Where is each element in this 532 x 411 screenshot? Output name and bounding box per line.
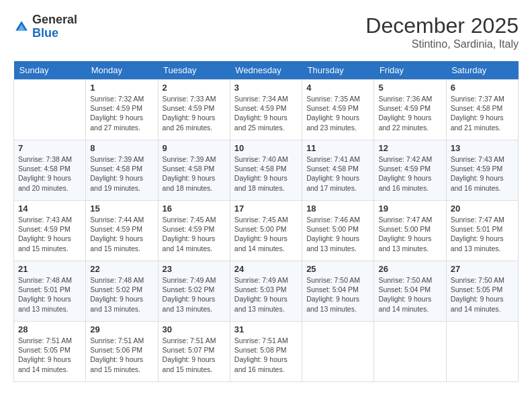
day-number: 14 [18, 203, 81, 214]
day-info: Sunrise: 7:39 AMSunset: 4:58 PMDaylight:… [163, 154, 226, 193]
calendar-cell: 22Sunrise: 7:48 AMSunset: 5:02 PMDayligh… [86, 261, 158, 322]
day-number: 12 [378, 143, 441, 153]
calendar-cell: 31Sunrise: 7:51 AMSunset: 5:08 PMDayligh… [230, 322, 302, 382]
calendar-cell: 10Sunrise: 7:40 AMSunset: 4:58 PMDayligh… [230, 140, 302, 201]
day-info: Sunrise: 7:49 AMSunset: 5:03 PMDaylight:… [234, 275, 298, 314]
day-number: 2 [163, 83, 226, 93]
day-info: Sunrise: 7:47 AMSunset: 5:01 PMDaylight:… [451, 215, 514, 253]
day-number: 24 [234, 264, 298, 274]
day-info: Sunrise: 7:47 AMSunset: 5:00 PMDaylight:… [378, 215, 441, 253]
day-number: 8 [90, 143, 153, 153]
calendar-cell: 29Sunrise: 7:51 AMSunset: 5:06 PMDayligh… [86, 322, 158, 382]
day-info: Sunrise: 7:41 AMSunset: 4:58 PMDaylight:… [306, 154, 369, 193]
page-header: General Blue December 2025 Stintino, Sar… [13, 13, 519, 50]
calendar-cell: 12Sunrise: 7:42 AMSunset: 4:59 PMDayligh… [374, 140, 446, 201]
calendar-header-saturday: Saturday [446, 61, 518, 80]
day-info: Sunrise: 7:42 AMSunset: 4:59 PMDaylight:… [378, 154, 441, 193]
day-info: Sunrise: 7:45 AMSunset: 4:59 PMDaylight:… [163, 215, 226, 253]
calendar-week-row: 7Sunrise: 7:38 AMSunset: 4:58 PMDaylight… [14, 140, 519, 201]
day-number: 23 [163, 264, 226, 274]
calendar-cell: 9Sunrise: 7:39 AMSunset: 4:58 PMDaylight… [158, 140, 230, 201]
day-info: Sunrise: 7:43 AMSunset: 4:59 PMDaylight:… [18, 215, 81, 253]
day-number: 27 [451, 264, 514, 274]
calendar-table: SundayMondayTuesdayWednesdayThursdayFrid… [13, 61, 519, 382]
day-number: 3 [234, 83, 298, 93]
day-info: Sunrise: 7:51 AMSunset: 5:07 PMDaylight:… [163, 336, 226, 374]
calendar-cell: 8Sunrise: 7:39 AMSunset: 4:58 PMDaylight… [86, 140, 158, 201]
day-info: Sunrise: 7:48 AMSunset: 5:02 PMDaylight:… [90, 275, 153, 314]
day-number: 29 [90, 324, 153, 334]
day-info: Sunrise: 7:35 AMSunset: 4:59 PMDaylight:… [306, 94, 369, 132]
day-info: Sunrise: 7:49 AMSunset: 5:02 PMDaylight:… [163, 275, 226, 314]
calendar-header-sunday: Sunday [14, 61, 86, 80]
day-number: 21 [18, 264, 81, 274]
day-info: Sunrise: 7:44 AMSunset: 4:59 PMDaylight:… [90, 215, 153, 253]
day-number: 28 [18, 324, 81, 334]
day-info: Sunrise: 7:45 AMSunset: 5:00 PMDaylight:… [234, 215, 298, 253]
day-info: Sunrise: 7:37 AMSunset: 4:58 PMDaylight:… [451, 94, 514, 132]
day-number: 18 [306, 203, 369, 214]
calendar-cell: 1Sunrise: 7:32 AMSunset: 4:59 PMDaylight… [86, 80, 158, 140]
calendar-cell: 25Sunrise: 7:50 AMSunset: 5:04 PMDayligh… [302, 261, 374, 322]
day-number: 16 [163, 203, 226, 214]
calendar-cell: 28Sunrise: 7:51 AMSunset: 5:05 PMDayligh… [14, 322, 86, 382]
day-info: Sunrise: 7:46 AMSunset: 5:00 PMDaylight:… [306, 215, 369, 253]
calendar-week-row: 28Sunrise: 7:51 AMSunset: 5:05 PMDayligh… [14, 322, 519, 382]
calendar-cell [374, 322, 446, 382]
day-info: Sunrise: 7:48 AMSunset: 5:01 PMDaylight:… [18, 275, 81, 314]
calendar-cell: 27Sunrise: 7:50 AMSunset: 5:05 PMDayligh… [446, 261, 518, 322]
calendar-header-tuesday: Tuesday [158, 61, 230, 80]
day-info: Sunrise: 7:40 AMSunset: 4:58 PMDaylight:… [234, 154, 298, 193]
title-block: December 2025 Stintino, Sardinia, Italy [365, 13, 519, 50]
calendar-cell: 18Sunrise: 7:46 AMSunset: 5:00 PMDayligh… [302, 201, 374, 261]
day-info: Sunrise: 7:38 AMSunset: 4:58 PMDaylight:… [18, 154, 81, 193]
day-number: 5 [378, 83, 441, 93]
calendar-cell [14, 80, 86, 140]
calendar-week-row: 1Sunrise: 7:32 AMSunset: 4:59 PMDaylight… [14, 80, 519, 140]
logo-blue-text: Blue [32, 27, 77, 40]
day-info: Sunrise: 7:32 AMSunset: 4:59 PMDaylight:… [90, 94, 153, 132]
day-number: 13 [451, 143, 514, 153]
day-number: 20 [451, 203, 514, 214]
month-year-title: December 2025 [365, 13, 519, 38]
calendar-cell: 7Sunrise: 7:38 AMSunset: 4:58 PMDaylight… [14, 140, 86, 201]
calendar-week-row: 21Sunrise: 7:48 AMSunset: 5:01 PMDayligh… [14, 261, 519, 322]
calendar-cell: 23Sunrise: 7:49 AMSunset: 5:02 PMDayligh… [158, 261, 230, 322]
day-number: 7 [18, 143, 81, 153]
calendar-cell: 26Sunrise: 7:50 AMSunset: 5:04 PMDayligh… [374, 261, 446, 322]
day-info: Sunrise: 7:51 AMSunset: 5:06 PMDaylight:… [90, 336, 153, 374]
day-info: Sunrise: 7:33 AMSunset: 4:59 PMDaylight:… [163, 94, 226, 132]
day-number: 15 [90, 203, 153, 214]
calendar-header-friday: Friday [374, 61, 446, 80]
day-number: 31 [234, 324, 298, 334]
calendar-cell: 13Sunrise: 7:43 AMSunset: 4:59 PMDayligh… [446, 140, 518, 201]
day-info: Sunrise: 7:50 AMSunset: 5:05 PMDaylight:… [451, 275, 514, 314]
day-number: 6 [451, 83, 514, 93]
day-number: 26 [378, 264, 441, 274]
calendar-cell: 14Sunrise: 7:43 AMSunset: 4:59 PMDayligh… [14, 201, 86, 261]
calendar-cell: 6Sunrise: 7:37 AMSunset: 4:58 PMDaylight… [446, 80, 518, 140]
day-number: 25 [306, 264, 369, 274]
logo-text: General Blue [32, 13, 77, 40]
day-number: 10 [234, 143, 298, 153]
calendar-cell: 30Sunrise: 7:51 AMSunset: 5:07 PMDayligh… [158, 322, 230, 382]
calendar-header-row: SundayMondayTuesdayWednesdayThursdayFrid… [14, 61, 519, 80]
day-number: 4 [306, 83, 369, 93]
calendar-week-row: 14Sunrise: 7:43 AMSunset: 4:59 PMDayligh… [14, 201, 519, 261]
day-info: Sunrise: 7:39 AMSunset: 4:58 PMDaylight:… [90, 154, 153, 193]
location-subtitle: Stintino, Sardinia, Italy [365, 38, 519, 50]
calendar-cell: 19Sunrise: 7:47 AMSunset: 5:00 PMDayligh… [374, 201, 446, 261]
day-info: Sunrise: 7:36 AMSunset: 4:59 PMDaylight:… [378, 94, 441, 132]
calendar-cell: 21Sunrise: 7:48 AMSunset: 5:01 PMDayligh… [14, 261, 86, 322]
day-info: Sunrise: 7:50 AMSunset: 5:04 PMDaylight:… [306, 275, 369, 314]
calendar-cell: 16Sunrise: 7:45 AMSunset: 4:59 PMDayligh… [158, 201, 230, 261]
day-info: Sunrise: 7:51 AMSunset: 5:05 PMDaylight:… [18, 336, 81, 374]
logo-icon [13, 19, 30, 35]
day-number: 17 [234, 203, 298, 214]
calendar-cell: 2Sunrise: 7:33 AMSunset: 4:59 PMDaylight… [158, 80, 230, 140]
calendar-cell: 20Sunrise: 7:47 AMSunset: 5:01 PMDayligh… [446, 201, 518, 261]
calendar-cell: 11Sunrise: 7:41 AMSunset: 4:58 PMDayligh… [302, 140, 374, 201]
logo-general-text: General [32, 13, 77, 27]
day-info: Sunrise: 7:34 AMSunset: 4:59 PMDaylight:… [234, 94, 298, 132]
calendar-cell: 17Sunrise: 7:45 AMSunset: 5:00 PMDayligh… [230, 201, 302, 261]
